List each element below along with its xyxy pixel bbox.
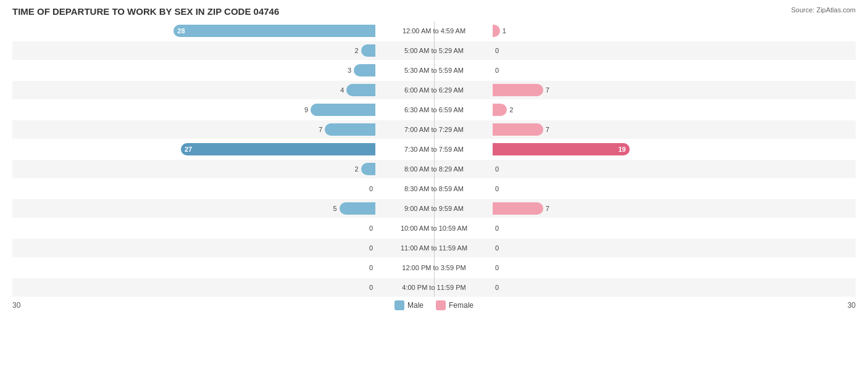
left-section: 2: [12, 163, 375, 175]
outside-value-female: 0: [495, 284, 507, 291]
left-section: 0: [12, 264, 375, 271]
left-section: 2: [12, 44, 375, 57]
outside-value-male: 2: [346, 165, 359, 173]
time-label: 11:00 AM to 11:59 AM: [375, 244, 493, 252]
center-line: [434, 22, 435, 297]
outside-value-male: 5: [325, 205, 337, 212]
bar-male: 28: [173, 25, 375, 37]
outside-value-male: 0: [361, 284, 373, 291]
outside-value-female: 0: [495, 47, 507, 54]
bar-male: [354, 64, 375, 76]
legend-label-male: Male: [407, 301, 424, 310]
left-section: 0: [12, 185, 375, 192]
left-section: 7: [12, 123, 375, 136]
axis-label-right: 30: [848, 301, 856, 310]
outside-value-male: 3: [339, 67, 351, 74]
axis-label-left: 30: [12, 301, 20, 310]
bar-male: [346, 84, 375, 96]
outside-value-male: 0: [361, 225, 373, 232]
right-section: 0: [493, 165, 856, 173]
right-section: 0: [493, 244, 856, 252]
legend-swatch-female: [436, 300, 446, 310]
right-section: 7: [493, 202, 856, 215]
outside-value-female: 7: [546, 126, 558, 133]
time-label: 10:00 AM to 10:59 AM: [375, 225, 493, 232]
chart-title: TIME OF DEPARTURE TO WORK BY SEX IN ZIP …: [12, 6, 279, 17]
legend-swatch-male: [394, 300, 404, 310]
bar-female: 19: [493, 143, 630, 155]
left-section: 0: [12, 284, 375, 291]
left-section: 27: [12, 143, 375, 155]
outside-value-female: 0: [495, 264, 507, 271]
left-section: 0: [12, 244, 375, 252]
outside-value-male: 0: [361, 264, 373, 271]
bar-male: [361, 163, 375, 175]
outside-value-male: 0: [361, 244, 373, 252]
right-section: 7: [493, 84, 856, 96]
right-section: 0: [493, 47, 856, 54]
time-label: 5:00 AM to 5:29 AM: [375, 47, 493, 54]
left-section: 5: [12, 202, 375, 215]
time-label: 5:30 AM to 5:59 AM: [375, 67, 493, 74]
rows-container: 2812:00 AM to 4:59 AM125:00 AM to 5:29 A…: [12, 22, 856, 297]
outside-value-female: 0: [495, 67, 507, 74]
outside-value-male: 2: [346, 47, 359, 54]
outside-value-female: 0: [495, 225, 507, 232]
left-section: 4: [12, 84, 375, 96]
outside-value-female: 0: [495, 185, 507, 192]
right-section: 1: [493, 25, 856, 37]
time-label: 7:30 AM to 7:59 AM: [375, 146, 493, 153]
right-section: 0: [493, 185, 856, 192]
time-label: 8:00 AM to 8:29 AM: [375, 165, 493, 173]
right-section: 2: [493, 104, 856, 116]
chart-header: TIME OF DEPARTURE TO WORK BY SEX IN ZIP …: [12, 6, 856, 17]
outside-value-female: 1: [503, 27, 515, 35]
right-section: 0: [493, 67, 856, 74]
bar-male: [361, 44, 375, 57]
legend-label-female: Female: [449, 301, 474, 310]
right-section: 19: [493, 143, 856, 155]
bar-male: [325, 123, 375, 136]
outside-value-male: 0: [361, 185, 373, 192]
bar-female: [493, 84, 543, 96]
right-section: 0: [493, 264, 856, 271]
legend-item-female: Female: [436, 300, 474, 310]
bar-female: [493, 104, 507, 116]
right-section: 0: [493, 284, 856, 291]
time-label: 6:00 AM to 6:29 AM: [375, 86, 493, 94]
outside-value-female: 0: [495, 244, 507, 252]
outside-value-female: 0: [495, 165, 507, 173]
bar-female: [493, 123, 543, 136]
time-label: 7:00 AM to 7:29 AM: [375, 126, 493, 133]
chart-container: TIME OF DEPARTURE TO WORK BY SEX IN ZIP …: [12, 6, 856, 310]
left-section: 0: [12, 225, 375, 232]
bar-value-female: 19: [614, 146, 629, 153]
outside-value-female: 7: [546, 86, 558, 94]
time-label: 8:30 AM to 8:59 AM: [375, 185, 493, 192]
time-label: 4:00 PM to 11:59 PM: [375, 284, 493, 291]
outside-value-female: 2: [509, 106, 522, 113]
left-section: 3: [12, 64, 375, 76]
time-label: 12:00 PM to 3:59 PM: [375, 264, 493, 271]
bar-male: [340, 202, 375, 215]
bar-male: [311, 104, 375, 116]
time-label: 9:00 AM to 9:59 AM: [375, 205, 493, 212]
time-label: 12:00 AM to 4:59 AM: [375, 27, 493, 35]
bar-female: [493, 25, 500, 37]
outside-value-male: 7: [310, 126, 322, 133]
left-section: 9: [12, 104, 375, 116]
legend: Male Female: [394, 300, 474, 310]
bar-female: [493, 202, 543, 215]
outside-value-male: 4: [332, 86, 344, 94]
chart-footer: 30 Male Female 30: [12, 300, 856, 310]
bar-value-male: 27: [181, 146, 196, 153]
chart-source: Source: ZipAtlas.com: [791, 6, 856, 14]
bar-male: 27: [181, 143, 375, 155]
left-section: 28: [12, 25, 375, 37]
outside-value-male: 9: [296, 106, 308, 113]
legend-item-male: Male: [394, 300, 424, 310]
time-label: 6:30 AM to 6:59 AM: [375, 106, 493, 113]
right-section: 7: [493, 123, 856, 136]
outside-value-female: 7: [546, 205, 558, 212]
bar-value-male: 28: [173, 27, 188, 35]
